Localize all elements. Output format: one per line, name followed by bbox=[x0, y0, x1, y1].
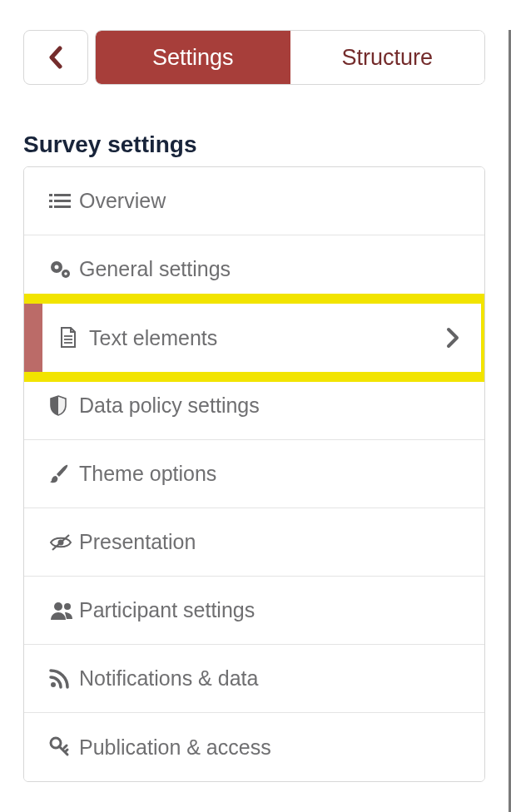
svg-rect-2 bbox=[49, 200, 52, 202]
section-title: Survey settings bbox=[23, 131, 485, 158]
list-icon bbox=[49, 192, 77, 210]
back-button[interactable] bbox=[23, 30, 88, 85]
svg-point-7 bbox=[55, 265, 59, 269]
menu-item-label: Notifications & data bbox=[79, 666, 258, 691]
tab-structure-label: Structure bbox=[341, 45, 433, 71]
eye-slash-icon bbox=[49, 533, 77, 552]
gears-icon bbox=[49, 260, 77, 280]
menu-item-participant[interactable]: Participant settings bbox=[24, 577, 484, 645]
menu-item-label: Publication & access bbox=[79, 735, 271, 760]
chevron-left-icon bbox=[48, 46, 63, 69]
tab-structure[interactable]: Structure bbox=[290, 31, 485, 84]
menu-item-label: General settings bbox=[79, 257, 231, 281]
svg-rect-0 bbox=[49, 194, 52, 196]
svg-point-9 bbox=[64, 272, 67, 275]
menu-item-data-policy[interactable]: Data policy settings bbox=[24, 372, 484, 440]
menu-item-publication[interactable]: Publication & access bbox=[24, 713, 484, 781]
menu-item-label: Theme options bbox=[79, 462, 216, 486]
svg-rect-5 bbox=[54, 205, 71, 208]
svg-rect-3 bbox=[54, 200, 71, 202]
brush-icon bbox=[49, 463, 77, 485]
menu-item-theme[interactable]: Theme options bbox=[24, 440, 484, 508]
svg-point-15 bbox=[54, 602, 62, 611]
menu-item-presentation[interactable]: Presentation bbox=[24, 508, 484, 577]
rss-icon bbox=[49, 669, 77, 689]
menu-item-text-elements[interactable]: Text elements bbox=[24, 304, 484, 372]
tab-settings-label: Settings bbox=[152, 45, 234, 71]
shield-icon bbox=[49, 395, 77, 417]
svg-point-16 bbox=[64, 603, 71, 610]
key-icon bbox=[49, 736, 77, 758]
svg-rect-4 bbox=[49, 205, 52, 208]
chevron-right-icon bbox=[446, 327, 459, 349]
svg-rect-1 bbox=[54, 194, 71, 196]
menu-item-label: Data policy settings bbox=[79, 394, 260, 418]
menu-item-label: Text elements bbox=[89, 326, 217, 350]
document-icon bbox=[59, 327, 87, 349]
menu-item-label: Overview bbox=[79, 189, 166, 213]
users-icon bbox=[49, 601, 77, 621]
tab-group: Settings Structure bbox=[95, 30, 485, 85]
settings-menu: Overview General settings bbox=[23, 166, 485, 782]
menu-item-general[interactable]: General settings bbox=[24, 235, 484, 304]
menu-item-notifications[interactable]: Notifications & data bbox=[24, 645, 484, 713]
menu-item-label: Participant settings bbox=[79, 598, 255, 622]
menu-item-overview[interactable]: Overview bbox=[24, 167, 484, 235]
top-tabs: Settings Structure bbox=[23, 30, 485, 85]
menu-item-label: Presentation bbox=[79, 530, 196, 554]
svg-point-17 bbox=[51, 682, 56, 687]
tab-settings[interactable]: Settings bbox=[96, 31, 290, 84]
svg-line-14 bbox=[52, 535, 69, 550]
